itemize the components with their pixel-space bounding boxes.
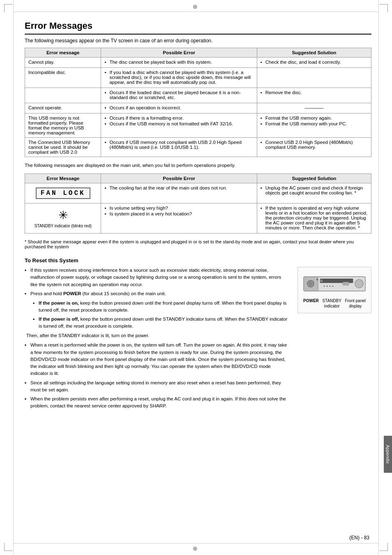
svg-point-8 [330,286,331,287]
list-item: Is system placed in a very hot location? [104,211,253,216]
col2-header-possible-error: Possible Error [101,174,257,183]
list-item: Occurs if the loaded disc cannot be play… [104,90,253,100]
fan-lock-display: FAN LOCK [36,187,90,199]
list-item: Check the disc, and load it correctly. [261,60,368,65]
list-item: • If the power is on, keep the button pr… [33,300,289,314]
list-item: Format the USB memory again. [261,116,368,120]
col2-header-error-msg: Error Message [25,174,101,183]
list-item: If the system is operated at very high v… [261,206,368,230]
solution-cell: Unplug the AC power cord and check if fo… [257,183,371,204]
standby-indicator-label-2: STANDBYindicator [322,298,341,309]
center-mark-bottom [193,545,199,552]
corner-mark-tl [4,4,12,12]
device-svg [302,271,367,295]
corner-mark-br [380,543,388,551]
possible-cell: Occurs if USB memory not compliant with … [101,138,257,157]
svg-point-4 [316,279,318,280]
error-cell: Incompatible disc. [25,68,101,88]
table-row: Incompatible disc. If you load a disc wh… [25,68,371,88]
appendix-tab: Appendix [384,436,392,473]
possible-cell: The disc cannot be played back with this… [101,58,257,68]
center-mark-top [193,3,199,10]
possible-cell: Is volume setting very high? Is system p… [101,204,257,234]
fan-lock-cell: FAN LOCK [25,183,101,204]
list-item: Connect USB 2.0 High Speed (480Mbit/s) c… [261,140,368,150]
error-cell: This USB memory is not formatted properl… [25,113,101,138]
reset-section: To Reset this System • If this system re… [25,257,371,412]
error-cell [25,88,101,103]
device-illustration: POWER STANDBYindicator Front paneldispla… [297,267,371,313]
svg-point-6 [324,286,325,287]
list-item: • If the power is off, keep the button p… [33,316,289,330]
intro-text: The following messages appear on the TV … [25,38,371,44]
svg-rect-13 [321,280,323,282]
appendix-label: Appendix [385,445,390,464]
crosshair-bottom-icon [193,545,199,552]
reset-content: • If this system receives strong interfe… [25,267,371,412]
svg-point-11 [356,281,362,287]
list-item: The disc cannot be played back with this… [104,60,253,65]
intro-text-2: The following messages are displayed on … [25,163,371,168]
svg-rect-12 [343,282,349,285]
error-table-1: Error message Possible Error Suggested S… [25,48,371,157]
standby-icon-area: ✳ STANDBY indicator (blinks red) [27,208,99,228]
crosshair-top-icon [193,3,199,10]
possible-cell: The cooling fan at the rear of the main … [101,183,257,204]
table-row: Cannot play. The disc cannot be played b… [25,58,371,68]
col2-header-suggested-solution: Suggested Solution [257,174,371,183]
table-row: Occurs if the loaded disc cannot be play… [25,88,371,103]
table-row: ✳ STANDBY indicator (blinks red) Is volu… [25,204,371,234]
possible-cell: Occurs if the loaded disc cannot be play… [101,88,257,103]
col-header-error-msg: Error message [25,48,101,58]
reset-text-area: • If this system receives strong interfe… [25,267,289,412]
possible-cell: Occurs if an operation is incorrect. [101,103,257,113]
list-item: Remove the disc. [261,90,368,95]
list-item: Occurs if there is a formatting error. [104,116,253,120]
table-row: The Connected USB Memory cannot be used.… [25,138,371,157]
list-item: Occurs if an operation is incorrect. [104,105,253,110]
list-item: • Press and hold POWER (for about 15 sec… [25,290,289,297]
col-header-suggested-solution: Suggested Solution [257,48,371,58]
page-number: (EN) - 83 [349,535,369,541]
error-table-2: Error Message Possible Error Suggested S… [25,173,371,234]
solution-cell: If the system is operated at very high v… [257,204,371,234]
svg-point-7 [327,286,328,287]
solution-cell: Format the USB memory again. Format the … [257,113,371,138]
list-item: Is volume setting very high? [104,206,253,210]
possible-cell: Occurs if there is a formatting error. O… [101,113,257,138]
right-border [378,0,379,555]
list-item: The cooling fan at the rear of the main … [104,185,253,190]
error-cell: Cannot play. [25,58,101,68]
list-item: Format the USB memory with your PC. [261,121,368,126]
list-item: Occurs if USB memory not compliant with … [104,140,253,150]
svg-point-3 [309,282,313,286]
table-row: Cannot operate. Occurs if an operation i… [25,103,371,113]
reset-title: To Reset this System [25,257,371,264]
solution-cell [257,68,371,88]
table-row: FAN LOCK The cooling fan at the rear of … [25,183,371,204]
top-border-line [13,12,379,12]
device-labels: POWER STANDBYindicator Front paneldispla… [301,298,368,309]
power-label: POWER [303,298,319,309]
left-border [13,0,14,555]
list-item: • When a reset is performed while the po… [25,342,289,377]
page-container: Error Messages The following messages ap… [0,0,392,555]
standby-cell: ✳ STANDBY indicator (blinks red) [25,204,101,234]
list-item: Occurs if the USB memory is not formatte… [104,121,253,126]
table-row: This USB memory is not formatted properl… [25,113,371,138]
corner-mark-tr [380,4,388,12]
then-text: Then, after the STANDBY indicator is lit… [25,332,289,339]
error-cell: The Connected USB Memory cannot be used.… [25,138,101,157]
sun-icon: ✳ [27,208,99,222]
solution-cell: Connect USB 2.0 High Speed (480Mbit/s) c… [257,138,371,157]
device-illustration-area: POWER STANDBYindicator Front paneldispla… [297,267,371,313]
list-item: If you load a disc which cannot be playe… [104,70,253,85]
bottom-border-line [13,543,379,543]
possible-cell: If you load a disc which cannot be playe… [101,68,257,88]
list-item: • When the problem persists even after p… [25,395,289,410]
standby-indicator-label: STANDBY indicator (blinks red) [27,224,99,228]
front-panel-label: Front paneldisplay [345,298,366,309]
solution-cell: Check the disc, and load it correctly. [257,58,371,68]
error-cell: Cannot operate. [25,103,101,113]
list-item: • If this system receives strong interfe… [25,267,289,288]
